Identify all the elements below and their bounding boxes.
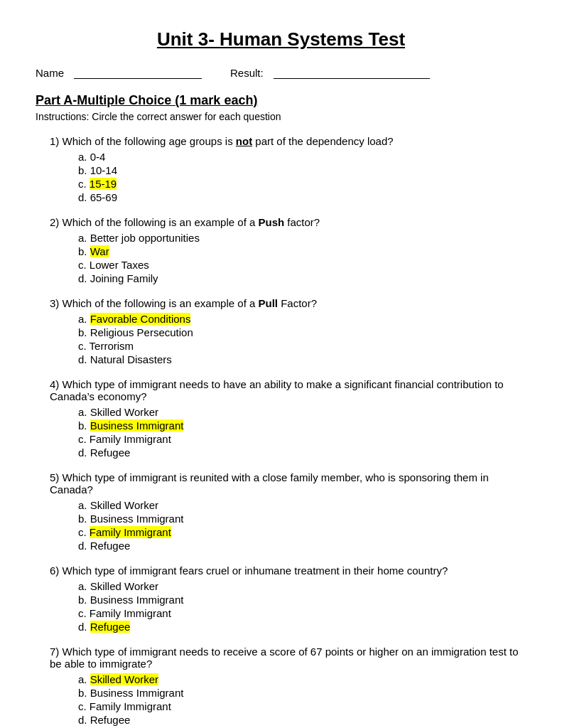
question-item-6: 6) Which type of immigrant fears cruel o…	[36, 564, 526, 633]
answer-text: 10-14	[90, 164, 117, 176]
answer-item-4-3: c. Family Immigrant	[78, 433, 526, 445]
answer-letter: b.	[78, 326, 90, 338]
name-result-row: Name Result:	[36, 66, 526, 79]
answer-item-5-2: b. Business Immigrant	[78, 513, 526, 525]
name-field[interactable]	[74, 66, 202, 79]
question-number-1: 1)	[50, 135, 63, 147]
answer-text: Better job opportunities	[90, 232, 200, 244]
result-field[interactable]	[274, 66, 430, 79]
answer-letter: c.	[78, 607, 90, 619]
question-number-6: 6)	[50, 564, 63, 577]
answers-list-7: a. Skilled Workerb. Business Immigrantc.…	[36, 673, 526, 726]
answer-item-1-1: a. 0-4	[78, 151, 526, 163]
question-text-5: 5) Which type of immigrant is reunited w…	[50, 471, 526, 496]
answer-item-5-1: a. Skilled Worker	[78, 499, 526, 511]
answer-letter: c.	[78, 433, 90, 445]
answer-letter: c.	[78, 700, 90, 712]
answer-text: Family Immigrant	[90, 433, 171, 445]
answer-letter: d.	[78, 540, 90, 552]
questions-list: 1) Which of the following age groups is …	[36, 135, 526, 726]
answer-letter: c.	[78, 259, 90, 271]
answer-letter: d.	[78, 446, 90, 459]
answer-text: Refugee	[90, 446, 131, 459]
answer-text: Business Immigrant	[90, 687, 184, 699]
part-a-heading: Part A-Multiple Choice (1 mark each)	[36, 93, 526, 108]
answer-item-7-3: c. Family Immigrant	[78, 700, 526, 712]
answer-text: Business Immigrant	[90, 594, 184, 606]
answer-letter: b.	[78, 419, 90, 432]
answer-text: Natural Disasters	[90, 353, 172, 365]
answers-list-3: a. Favorable Conditionsb. Religious Pers…	[36, 313, 526, 365]
answer-text: Skilled Worker	[90, 673, 158, 685]
answer-letter: a.	[78, 580, 90, 592]
answer-item-1-4: d. 65-69	[78, 191, 526, 203]
answer-item-3-1: a. Favorable Conditions	[78, 313, 526, 325]
answer-item-5-3: c. Family Immigrant	[78, 526, 526, 538]
answer-letter: b.	[78, 687, 90, 699]
answer-text: 65-69	[90, 191, 117, 203]
question-keyword-1: not	[236, 135, 252, 147]
answer-item-6-1: a. Skilled Worker	[78, 580, 526, 592]
answer-text: Favorable Conditions	[90, 313, 191, 325]
answer-item-1-2: b. 10-14	[78, 164, 526, 176]
answer-text: War	[90, 245, 109, 257]
answer-text: Refugee	[90, 714, 131, 726]
question-number-4: 4)	[50, 378, 63, 390]
answer-letter: b.	[78, 245, 90, 257]
answer-text: Family Immigrant	[90, 607, 171, 619]
answer-item-4-2: b. Business Immigrant	[78, 419, 526, 432]
answer-text: 15-19	[90, 178, 117, 190]
answer-letter: a.	[78, 673, 90, 685]
answer-letter: d.	[78, 353, 90, 365]
question-item-5: 5) Which type of immigrant is reunited w…	[36, 471, 526, 552]
answer-letter: c.	[78, 340, 90, 352]
question-item-4: 4) Which type of immigrant needs to have…	[36, 378, 526, 459]
answer-item-7-2: b. Business Immigrant	[78, 687, 526, 699]
answer-letter: b.	[78, 594, 90, 606]
answer-text: Skilled Worker	[90, 499, 158, 511]
answer-letter: a.	[78, 499, 90, 511]
question-text-2: 2) Which of the following is an example …	[50, 216, 526, 228]
question-number-2: 2)	[50, 216, 63, 228]
answer-text: Skilled Worker	[90, 580, 158, 592]
answer-letter: b.	[78, 164, 90, 176]
question-item-2: 2) Which of the following is an example …	[36, 216, 526, 284]
answer-text: Terrorism	[90, 340, 134, 352]
result-label: Result:	[230, 67, 264, 79]
question-keyword-2: Push	[259, 216, 285, 228]
answers-list-4: a. Skilled Workerb. Business Immigrantc.…	[36, 406, 526, 459]
answer-item-6-2: b. Business Immigrant	[78, 594, 526, 606]
answer-item-3-3: c. Terrorism	[78, 340, 526, 352]
answer-item-4-1: a. Skilled Worker	[78, 406, 526, 418]
answer-item-2-2: b. War	[78, 245, 526, 257]
answer-text: Refugee	[90, 540, 131, 552]
answer-letter: d.	[78, 621, 90, 633]
answer-letter: a.	[78, 232, 90, 244]
name-label: Name	[36, 67, 64, 79]
question-text-1: 1) Which of the following age groups is …	[50, 135, 526, 147]
answer-letter: a.	[78, 313, 90, 325]
answer-item-3-4: d. Natural Disasters	[78, 353, 526, 365]
answers-list-2: a. Better job opportunitiesb. Warc. Lowe…	[36, 232, 526, 284]
answer-item-1-3: c. 15-19	[78, 178, 526, 190]
instructions: Instructions: Circle the correct answer …	[36, 111, 526, 122]
answer-text: Business Immigrant	[90, 513, 184, 525]
answers-list-6: a. Skilled Workerb. Business Immigrantc.…	[36, 580, 526, 633]
answer-item-2-4: d. Joining Family	[78, 272, 526, 284]
answers-list-1: a. 0-4b. 10-14c. 15-19d. 65-69	[36, 151, 526, 203]
answer-letter: a.	[78, 406, 90, 418]
question-text-3: 3) Which of the following is an example …	[50, 297, 526, 309]
answer-letter: a.	[78, 151, 90, 163]
answer-letter: b.	[78, 513, 90, 525]
answer-text: 0-4	[90, 151, 106, 163]
question-keyword-3: Pull	[259, 297, 279, 309]
answer-item-6-4: d. Refugee	[78, 621, 526, 633]
answers-list-5: a. Skilled Workerb. Business Immigrantc.…	[36, 499, 526, 552]
answer-item-5-4: d. Refugee	[78, 540, 526, 552]
question-text-7: 7) Which type of immigrant needs to rece…	[50, 646, 526, 670]
question-number-5: 5)	[50, 471, 63, 483]
answer-text: Skilled Worker	[90, 406, 158, 418]
question-text-4: 4) Which type of immigrant needs to have…	[50, 378, 526, 402]
answer-text: Refugee	[90, 621, 131, 633]
answer-item-6-3: c. Family Immigrant	[78, 607, 526, 619]
